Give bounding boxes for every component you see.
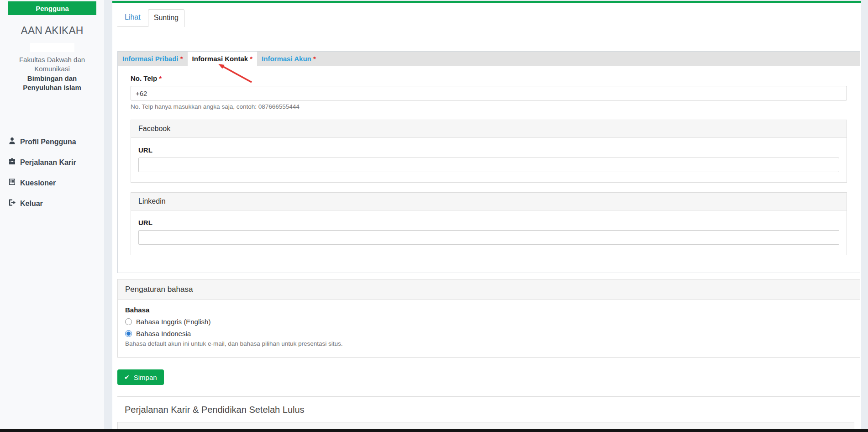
sidebar-item-label: Kuesioner <box>20 179 56 187</box>
primary-tabs: Lihat Sunting <box>117 10 184 26</box>
edit-form-container: Informasi Pribadi * Informasi Kontak * I… <box>117 51 860 273</box>
main-panel: Lihat Sunting Informasi Pribadi * Inform… <box>112 1 861 432</box>
linkedin-url-label: URL <box>138 219 839 227</box>
sidebar-item-label: Profil Pengguna <box>20 138 76 146</box>
sidebar-menu: Profil Pengguna Perjalanan Karir Kuesion… <box>0 132 104 214</box>
radio-bahasa-indonesia[interactable]: Bahasa Indonesia <box>125 330 852 337</box>
radio-icon[interactable] <box>125 318 132 325</box>
user-faculty: Fakultas Dakwah dan Komunikasi <box>0 55 104 74</box>
sidebar: Pengguna AAN AKIKAH Fakultas Dakwah dan … <box>0 0 104 432</box>
required-mark: * <box>159 74 162 82</box>
language-settings-title: Pengaturan bahasa <box>118 279 860 300</box>
language-label: Bahasa <box>125 306 852 314</box>
radio-bahasa-inggris[interactable]: Bahasa Inggris (English) <box>125 318 852 326</box>
sidebar-item-label: Perjalanan Karir <box>20 158 76 167</box>
facebook-fieldset-title: Facebook <box>131 120 847 138</box>
linkedin-fieldset: Linkedin URL <box>131 192 847 255</box>
radio-checked-icon[interactable] <box>125 330 132 337</box>
user-icon <box>8 137 16 147</box>
bottom-black-bar <box>0 429 868 432</box>
tab-lihat[interactable]: Lihat <box>117 13 148 26</box>
briefcase-icon <box>8 158 16 167</box>
career-section: Perjalanan Karir & Pendidikan Setelah Lu… <box>117 396 860 432</box>
required-mark: * <box>250 55 253 63</box>
sidebar-item-perjalanan-karir[interactable]: Perjalanan Karir <box>0 152 104 173</box>
facebook-url-input[interactable] <box>138 158 839 172</box>
linkedin-fieldset-title: Linkedin <box>131 193 847 211</box>
contact-form: No. Telp * No. Telp hanya masukkan angka… <box>118 66 860 273</box>
facebook-fieldset: Facebook URL <box>131 120 847 183</box>
logout-icon <box>8 199 16 208</box>
phone-label: No. Telp * <box>131 74 847 82</box>
tab-informasi-kontak[interactable]: Informasi Kontak * <box>188 52 258 66</box>
sidebar-item-profil-pengguna[interactable]: Profil Pengguna <box>0 132 104 152</box>
save-button[interactable]: ✔ Simpan <box>117 369 164 385</box>
redacted-id-box <box>30 43 74 52</box>
save-button-label: Simpan <box>134 374 157 381</box>
phone-help-text: No. Telp hanya masukkan angka saja, cont… <box>131 103 847 110</box>
sidebar-item-kuesioner[interactable]: Kuesioner <box>0 173 104 193</box>
sidebar-title: Pengguna <box>8 1 96 15</box>
career-section-title: Perjalanan Karir & Pendidikan Setelah Lu… <box>125 405 860 415</box>
tab-informasi-pribadi[interactable]: Informasi Pribadi * <box>118 52 188 66</box>
questionnaire-icon <box>8 178 16 188</box>
radio-label: Bahasa Inggris (English) <box>136 318 210 326</box>
sidebar-item-keluar[interactable]: Keluar <box>0 193 104 214</box>
sidebar-item-label: Keluar <box>20 200 43 208</box>
facebook-url-label: URL <box>138 146 839 154</box>
check-icon: ✔ <box>124 374 130 380</box>
required-mark: * <box>313 55 316 63</box>
radio-label: Bahasa Indonesia <box>136 330 191 337</box>
language-settings-section: Pengaturan bahasa Bahasa Bahasa Inggris … <box>117 279 860 358</box>
user-name: AAN AKIKAH <box>0 25 104 37</box>
tab-informasi-akun[interactable]: Informasi Akun * <box>257 52 321 66</box>
linkedin-url-input[interactable] <box>138 230 839 245</box>
user-program: Bimbingan dan Penyuluhan Islam <box>0 74 104 92</box>
phone-input[interactable] <box>131 86 847 100</box>
form-tab-bar: Informasi Pribadi * Informasi Kontak * I… <box>118 52 860 66</box>
tab-sunting[interactable]: Sunting <box>148 9 184 27</box>
language-help-text: Bahasa default akun ini untuk e-mail, da… <box>125 340 852 347</box>
required-mark: * <box>180 55 183 63</box>
